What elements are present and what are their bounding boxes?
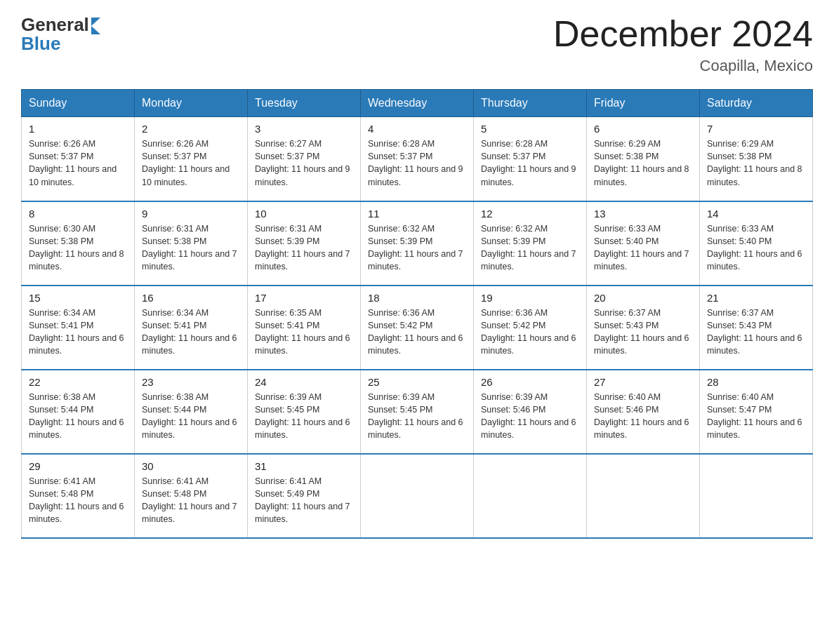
day-number: 15 [29,292,127,304]
day-info: Sunrise: 6:33 AMSunset: 5:40 PMDaylight:… [707,222,805,274]
calendar-cell: 11Sunrise: 6:32 AMSunset: 5:39 PMDayligh… [361,201,474,286]
day-info: Sunrise: 6:41 AMSunset: 5:48 PMDaylight:… [142,475,240,526]
calendar-cell: 3Sunrise: 6:27 AMSunset: 5:37 PMDaylight… [248,117,361,201]
page-header: General Blue December 2024 Coapilla, Mex… [21,14,813,75]
calendar-cell: 7Sunrise: 6:29 AMSunset: 5:38 PMDaylight… [700,117,813,201]
calendar-cell: 6Sunrise: 6:29 AMSunset: 5:38 PMDaylight… [587,117,700,201]
calendar-week-row: 29Sunrise: 6:41 AMSunset: 5:48 PMDayligh… [22,454,813,538]
day-number: 6 [594,123,692,135]
calendar-cell: 20Sunrise: 6:37 AMSunset: 5:43 PMDayligh… [587,286,700,370]
day-number: 23 [142,376,240,388]
day-number: 3 [255,123,353,135]
column-header-friday: Friday [587,90,700,117]
day-info: Sunrise: 6:31 AMSunset: 5:39 PMDaylight:… [255,222,353,274]
day-number: 1 [29,123,127,135]
logo-flag [91,18,100,34]
day-info: Sunrise: 6:32 AMSunset: 5:39 PMDaylight:… [481,222,579,274]
logo-flag-top [91,18,100,26]
day-number: 4 [368,123,466,135]
day-number: 5 [481,123,579,135]
calendar-cell: 12Sunrise: 6:32 AMSunset: 5:39 PMDayligh… [474,201,587,286]
day-info: Sunrise: 6:41 AMSunset: 5:48 PMDaylight:… [29,475,127,526]
day-info: Sunrise: 6:34 AMSunset: 5:41 PMDaylight:… [29,307,127,358]
day-info: Sunrise: 6:39 AMSunset: 5:46 PMDaylight:… [481,391,579,442]
calendar-week-row: 8Sunrise: 6:30 AMSunset: 5:38 PMDaylight… [22,201,813,286]
day-number: 26 [481,376,579,388]
calendar-cell: 15Sunrise: 6:34 AMSunset: 5:41 PMDayligh… [22,286,135,370]
calendar-week-row: 22Sunrise: 6:38 AMSunset: 5:44 PMDayligh… [22,370,813,454]
month-title: December 2024 [553,14,813,54]
calendar-cell: 27Sunrise: 6:40 AMSunset: 5:46 PMDayligh… [587,370,700,454]
calendar-cell: 25Sunrise: 6:39 AMSunset: 5:45 PMDayligh… [361,370,474,454]
day-number: 13 [594,208,692,220]
column-header-sunday: Sunday [22,90,135,117]
day-info: Sunrise: 6:29 AMSunset: 5:38 PMDaylight:… [707,137,805,189]
logo-flag-bottom [91,26,100,34]
day-number: 16 [142,292,240,304]
calendar-cell: 31Sunrise: 6:41 AMSunset: 5:49 PMDayligh… [248,454,361,538]
day-info: Sunrise: 6:32 AMSunset: 5:39 PMDaylight:… [368,222,466,274]
day-number: 17 [255,292,353,304]
day-number: 7 [707,123,805,135]
calendar-cell: 14Sunrise: 6:33 AMSunset: 5:40 PMDayligh… [700,201,813,286]
logo-area: General Blue [21,14,100,55]
calendar-cell [700,454,813,538]
day-info: Sunrise: 6:29 AMSunset: 5:38 PMDaylight:… [594,137,692,189]
day-number: 30 [142,460,240,472]
day-info: Sunrise: 6:31 AMSunset: 5:38 PMDaylight:… [142,222,240,274]
calendar-cell: 2Sunrise: 6:26 AMSunset: 5:37 PMDaylight… [135,117,248,201]
day-number: 11 [368,208,466,220]
calendar-cell: 24Sunrise: 6:39 AMSunset: 5:45 PMDayligh… [248,370,361,454]
day-info: Sunrise: 6:27 AMSunset: 5:37 PMDaylight:… [255,137,353,189]
day-number: 31 [255,460,353,472]
column-header-monday: Monday [135,90,248,117]
calendar-week-row: 15Sunrise: 6:34 AMSunset: 5:41 PMDayligh… [22,286,813,370]
calendar-cell: 19Sunrise: 6:36 AMSunset: 5:42 PMDayligh… [474,286,587,370]
day-info: Sunrise: 6:37 AMSunset: 5:43 PMDaylight:… [707,307,805,358]
calendar-cell: 9Sunrise: 6:31 AMSunset: 5:38 PMDaylight… [135,201,248,286]
day-info: Sunrise: 6:36 AMSunset: 5:42 PMDaylight:… [481,307,579,358]
day-number: 14 [707,208,805,220]
day-number: 12 [481,208,579,220]
day-info: Sunrise: 6:35 AMSunset: 5:41 PMDaylight:… [255,307,353,358]
day-info: Sunrise: 6:38 AMSunset: 5:44 PMDaylight:… [142,391,240,442]
calendar-cell [474,454,587,538]
day-info: Sunrise: 6:40 AMSunset: 5:47 PMDaylight:… [707,391,805,442]
day-info: Sunrise: 6:28 AMSunset: 5:37 PMDaylight:… [481,137,579,189]
calendar-cell: 8Sunrise: 6:30 AMSunset: 5:38 PMDaylight… [22,201,135,286]
day-number: 2 [142,123,240,135]
day-info: Sunrise: 6:36 AMSunset: 5:42 PMDaylight:… [368,307,466,358]
calendar-week-row: 1Sunrise: 6:26 AMSunset: 5:37 PMDaylight… [22,117,813,201]
day-number: 22 [29,376,127,388]
day-info: Sunrise: 6:33 AMSunset: 5:40 PMDaylight:… [594,222,692,274]
day-info: Sunrise: 6:26 AMSunset: 5:37 PMDaylight:… [29,137,127,189]
calendar-cell: 10Sunrise: 6:31 AMSunset: 5:39 PMDayligh… [248,201,361,286]
calendar-cell: 4Sunrise: 6:28 AMSunset: 5:37 PMDaylight… [361,117,474,201]
column-header-wednesday: Wednesday [361,90,474,117]
calendar-cell: 26Sunrise: 6:39 AMSunset: 5:46 PMDayligh… [474,370,587,454]
day-info: Sunrise: 6:39 AMSunset: 5:45 PMDaylight:… [255,391,353,442]
day-number: 29 [29,460,127,472]
column-header-tuesday: Tuesday [248,90,361,117]
day-number: 10 [255,208,353,220]
day-info: Sunrise: 6:41 AMSunset: 5:49 PMDaylight:… [255,475,353,526]
day-info: Sunrise: 6:37 AMSunset: 5:43 PMDaylight:… [594,307,692,358]
calendar-cell: 29Sunrise: 6:41 AMSunset: 5:48 PMDayligh… [22,454,135,538]
day-info: Sunrise: 6:38 AMSunset: 5:44 PMDaylight:… [29,391,127,442]
calendar-cell [361,454,474,538]
day-number: 9 [142,208,240,220]
title-block: December 2024 Coapilla, Mexico [553,14,813,75]
calendar-cell: 13Sunrise: 6:33 AMSunset: 5:40 PMDayligh… [587,201,700,286]
location: Coapilla, Mexico [553,57,813,75]
calendar-cell: 23Sunrise: 6:38 AMSunset: 5:44 PMDayligh… [135,370,248,454]
calendar-cell: 28Sunrise: 6:40 AMSunset: 5:47 PMDayligh… [700,370,813,454]
day-info: Sunrise: 6:40 AMSunset: 5:46 PMDaylight:… [594,391,692,442]
column-header-thursday: Thursday [474,90,587,117]
day-info: Sunrise: 6:39 AMSunset: 5:45 PMDaylight:… [368,391,466,442]
column-header-saturday: Saturday [700,90,813,117]
calendar-cell: 22Sunrise: 6:38 AMSunset: 5:44 PMDayligh… [22,370,135,454]
calendar-cell: 18Sunrise: 6:36 AMSunset: 5:42 PMDayligh… [361,286,474,370]
day-info: Sunrise: 6:30 AMSunset: 5:38 PMDaylight:… [29,222,127,274]
calendar-cell: 30Sunrise: 6:41 AMSunset: 5:48 PMDayligh… [135,454,248,538]
day-number: 8 [29,208,127,220]
